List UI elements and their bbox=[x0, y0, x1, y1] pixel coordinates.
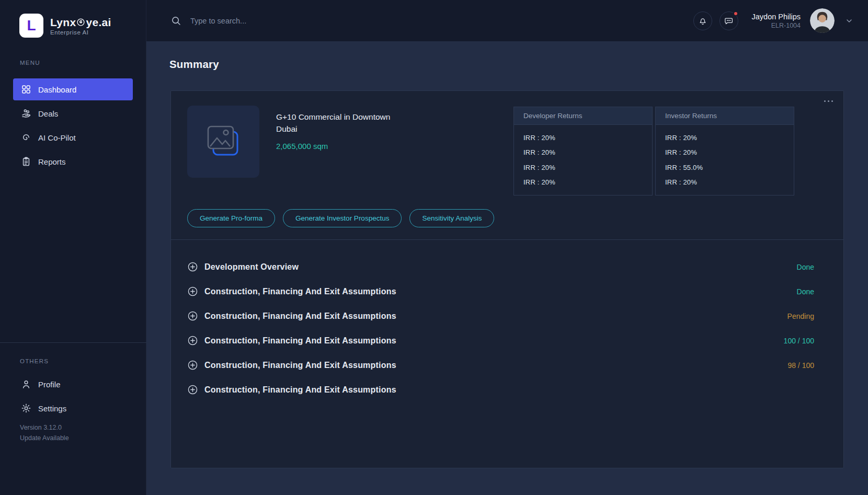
generate-proforma-button[interactable]: Generate Pro-forma bbox=[187, 209, 275, 227]
brand-subtitle: Enterprise AI bbox=[50, 29, 111, 36]
sidebar-item-ai-copilot[interactable]: AI Co-Pilot bbox=[13, 126, 133, 148]
sections-list: Development Overview Done Construction, … bbox=[187, 255, 814, 402]
chevron-down-icon[interactable] bbox=[845, 17, 853, 25]
search-input[interactable] bbox=[190, 17, 347, 25]
menu-section-label: MENU bbox=[20, 60, 40, 66]
section-title: Construction, Financing And Exit Assumpt… bbox=[204, 312, 396, 321]
section-construction-1[interactable]: Construction, Financing And Exit Assumpt… bbox=[187, 279, 814, 304]
section-status: Done bbox=[797, 287, 814, 296]
sidebar-item-label: Profile bbox=[38, 380, 61, 389]
messages-button[interactable] bbox=[719, 11, 738, 30]
project-title: G+10 Commercial in Downtown Dubai bbox=[276, 111, 407, 135]
section-title: Construction, Financing And Exit Assumpt… bbox=[204, 336, 396, 346]
section-title: Development Overview bbox=[204, 262, 299, 272]
sidebar-item-label: Reports bbox=[38, 157, 66, 166]
gear-icon bbox=[21, 403, 31, 413]
sidebar-item-reports[interactable]: Reports bbox=[13, 151, 133, 172]
sidebar-divider bbox=[0, 342, 146, 343]
table-row: IRR : 20% bbox=[656, 178, 794, 186]
user-info: Jaydon Philips ELR-1004 bbox=[752, 13, 801, 29]
update-available-text[interactable]: Update Available bbox=[20, 433, 69, 443]
table-row: IRR : 20% bbox=[656, 148, 794, 156]
project-thumbnail bbox=[187, 106, 259, 178]
user-id: ELR-1004 bbox=[752, 22, 801, 29]
table-row: IRR : 20% bbox=[514, 164, 652, 171]
eye-spiral-icon bbox=[76, 18, 85, 27]
sidebar-item-profile[interactable]: Profile bbox=[13, 373, 133, 395]
card-options-button[interactable] bbox=[822, 98, 835, 104]
sidebar-item-settings[interactable]: Settings bbox=[13, 397, 133, 419]
main-content: Summary G+10 Commercial in Downtown Duba… bbox=[146, 41, 868, 495]
notifications-button[interactable] bbox=[693, 11, 712, 30]
section-title: Construction, Financing And Exit Assumpt… bbox=[204, 361, 396, 370]
developer-returns-header: Developer Returns bbox=[514, 107, 652, 125]
section-development-overview[interactable]: Development Overview Done bbox=[187, 255, 814, 279]
page-title: Summary bbox=[169, 58, 219, 71]
bell-icon bbox=[698, 16, 707, 26]
sidebar-item-label: Deals bbox=[38, 109, 58, 118]
person-icon bbox=[21, 379, 31, 389]
investor-returns-header: Investor Returns bbox=[656, 107, 794, 125]
image-placeholder-icon bbox=[205, 124, 242, 159]
table-row: IRR : 55.0% bbox=[656, 164, 794, 171]
table-row: IRR : 20% bbox=[514, 148, 652, 156]
search-bar[interactable] bbox=[170, 0, 347, 41]
section-construction-5[interactable]: Construction, Financing And Exit Assumpt… bbox=[187, 377, 814, 402]
sidebar-item-label: Settings bbox=[38, 404, 66, 413]
brand-logo[interactable]: L Lynx ye.ai Enterprise AI bbox=[19, 14, 111, 38]
others-section-label: OTHERS bbox=[20, 358, 49, 364]
plus-circle-icon[interactable] bbox=[187, 335, 198, 346]
plus-circle-icon[interactable] bbox=[187, 286, 198, 297]
hand-coins-icon bbox=[21, 108, 31, 119]
sidebar-item-deals[interactable]: Deals bbox=[13, 102, 133, 124]
developer-returns-table: Developer Returns IRR : 20% IRR : 20% IR… bbox=[513, 107, 653, 195]
version-text: Version 3.12.0 bbox=[20, 422, 69, 433]
sidebar-item-dashboard[interactable]: Dashboard bbox=[13, 78, 133, 100]
section-status: 100 / 100 bbox=[784, 337, 814, 345]
chat-bubble-icon bbox=[724, 16, 734, 26]
section-construction-4[interactable]: Construction, Financing And Exit Assumpt… bbox=[187, 353, 814, 377]
section-title: Construction, Financing And Exit Assumpt… bbox=[204, 385, 396, 395]
sensitivity-analysis-button[interactable]: Sensitivity Analysis bbox=[409, 209, 494, 227]
table-row: IRR : 20% bbox=[656, 134, 794, 142]
brand-name: Lynx ye.ai bbox=[50, 16, 111, 29]
section-status: 98 / 100 bbox=[787, 361, 814, 370]
spiral-icon bbox=[21, 132, 31, 143]
brand-logo-mark: L bbox=[19, 14, 43, 38]
card-divider bbox=[171, 239, 843, 240]
sidebar-item-label: AI Co-Pilot bbox=[38, 133, 76, 142]
returns-tables: Developer Returns IRR : 20% IRR : 20% IR… bbox=[513, 107, 794, 195]
project-area: 2,065,000 sqm bbox=[276, 142, 407, 151]
section-title: Construction, Financing And Exit Assumpt… bbox=[204, 287, 396, 296]
unread-badge bbox=[733, 11, 738, 16]
section-status: Pending bbox=[787, 312, 814, 320]
grid-icon bbox=[21, 84, 31, 95]
plus-circle-icon[interactable] bbox=[187, 384, 198, 395]
table-row: IRR : 20% bbox=[514, 134, 652, 142]
investor-returns-table: Investor Returns IRR : 20% IRR : 20% IRR… bbox=[655, 107, 794, 195]
clipboard-icon bbox=[21, 156, 31, 167]
sidebar: L Lynx ye.ai Enterprise AI MENU bbox=[0, 0, 146, 495]
section-construction-2[interactable]: Construction, Financing And Exit Assumpt… bbox=[187, 304, 814, 328]
avatar[interactable] bbox=[810, 8, 835, 33]
topbar: Jaydon Philips ELR-1004 bbox=[146, 0, 868, 41]
summary-card: G+10 Commercial in Downtown Dubai 2,065,… bbox=[170, 90, 844, 468]
section-status: Done bbox=[797, 263, 814, 271]
section-construction-3[interactable]: Construction, Financing And Exit Assumpt… bbox=[187, 328, 814, 353]
search-icon bbox=[170, 15, 182, 27]
sidebar-item-label: Dashboard bbox=[38, 85, 76, 94]
user-name: Jaydon Philips bbox=[752, 13, 801, 21]
plus-circle-icon[interactable] bbox=[187, 360, 198, 371]
plus-circle-icon[interactable] bbox=[187, 261, 198, 272]
generate-investor-prospectus-button[interactable]: Generate Investor Prospectus bbox=[283, 209, 402, 227]
plus-circle-icon[interactable] bbox=[187, 310, 198, 321]
table-row: IRR : 20% bbox=[514, 178, 652, 186]
